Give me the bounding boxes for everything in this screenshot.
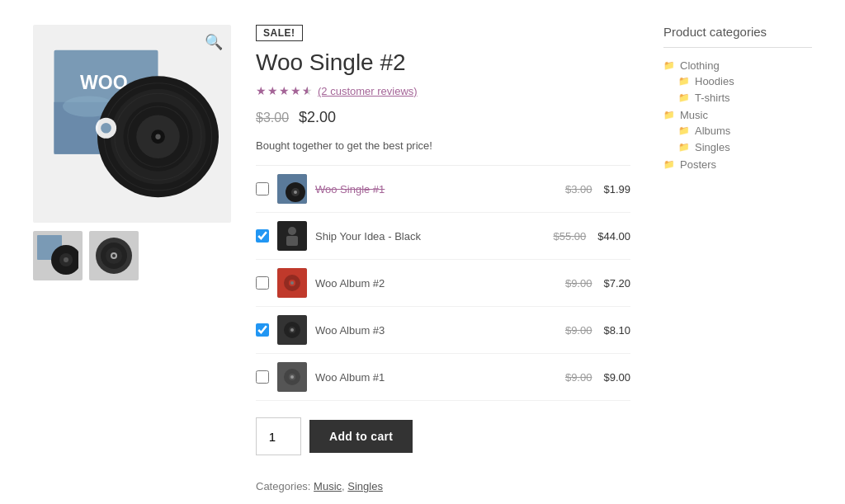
product-categories: Categories: Music, Singles bbox=[256, 480, 630, 492]
svg-point-27 bbox=[294, 191, 297, 194]
category-link-singles[interactable]: Singles bbox=[347, 480, 383, 492]
thumbnail-2[interactable] bbox=[89, 231, 139, 280]
sidebar-sublink-t-shirts[interactable]: 📁 T-shirts bbox=[678, 92, 812, 104]
star-2: ★ bbox=[267, 84, 278, 97]
bundle-img-1 bbox=[277, 174, 307, 204]
quantity-input[interactable] bbox=[256, 417, 301, 455]
folder-icon: 📁 bbox=[663, 159, 675, 170]
bundle-sale-price-1: $1.99 bbox=[603, 183, 630, 195]
bundle-checkbox-3[interactable] bbox=[256, 276, 269, 290]
bundle-text: Bought together to get the best price! bbox=[256, 139, 630, 152]
bundle-name-2: Ship Your Idea - Black bbox=[315, 230, 545, 243]
bundle-item: Woo Single #1$3.00$1.99 bbox=[256, 166, 630, 213]
bundle-checkbox-4[interactable] bbox=[256, 323, 269, 337]
svg-point-29 bbox=[288, 227, 296, 235]
star-rating: ★ ★ ★ ★ ★★ bbox=[256, 84, 313, 97]
bundle-name-1: Woo Single #1 bbox=[315, 183, 557, 195]
product-info: SALE! Woo Single #2 ★ ★ ★ ★ ★★ (2 custom… bbox=[256, 25, 630, 492]
svg-rect-30 bbox=[286, 236, 298, 246]
sidebar-item-posters: 📁 Posters bbox=[663, 158, 812, 171]
bundle-item: Woo Album #2$9.00$7.20 bbox=[256, 260, 630, 307]
original-price: $3.00 bbox=[256, 111, 289, 125]
category-list: 📁 Clothing📁 Hoodies📁 T-shirts📁 Music📁 Al… bbox=[663, 59, 812, 171]
add-to-cart-button[interactable]: Add to cart bbox=[309, 420, 413, 453]
sidebar-item-clothing: 📁 Clothing📁 Hoodies📁 T-shirts bbox=[663, 59, 812, 104]
bundle-sale-price-5: $9.00 bbox=[603, 371, 630, 384]
sidebar-subitem-albums: 📁 Albums bbox=[678, 125, 812, 137]
svg-point-38 bbox=[290, 328, 294, 332]
subcategory-list: 📁 Albums📁 Singles bbox=[663, 125, 812, 153]
category-link-music[interactable]: Music bbox=[314, 480, 342, 492]
bundle-sale-price-3: $7.20 bbox=[603, 277, 630, 290]
svg-point-23 bbox=[112, 254, 116, 257]
sidebar-sublink-albums[interactable]: 📁 Albums bbox=[678, 125, 812, 137]
star-4: ★ bbox=[290, 84, 301, 97]
svg-point-14 bbox=[101, 123, 111, 134]
add-to-cart-row: Add to cart bbox=[256, 417, 630, 455]
bundle-original-price-3: $9.00 bbox=[565, 277, 592, 290]
sidebar-link-clothing[interactable]: 📁 Clothing bbox=[663, 59, 812, 72]
star-3: ★ bbox=[279, 84, 290, 97]
bundle-sale-price-4: $8.10 bbox=[603, 324, 630, 337]
bundle-checkbox-5[interactable] bbox=[256, 370, 269, 384]
folder-icon: 📁 bbox=[678, 92, 690, 103]
bundle-original-price-2: $55.00 bbox=[553, 230, 586, 243]
sidebar-title: Product categories bbox=[663, 25, 812, 48]
sidebar-sublink-hoodies[interactable]: 📁 Hoodies bbox=[678, 75, 812, 87]
bundle-sale-price-2: $44.00 bbox=[597, 230, 630, 243]
sidebar-item-music: 📁 Music📁 Albums📁 Singles bbox=[663, 109, 812, 153]
sidebar-subitem-hoodies: 📁 Hoodies bbox=[678, 75, 812, 87]
thumbnail-1[interactable] bbox=[33, 231, 83, 280]
product-title: Woo Single #2 bbox=[256, 49, 630, 76]
categories-label: Categories: bbox=[256, 480, 310, 492]
star-1: ★ bbox=[256, 84, 267, 97]
bundle-original-price-5: $9.00 bbox=[565, 371, 592, 384]
sidebar-subitem-t-shirts: 📁 T-shirts bbox=[678, 92, 812, 104]
bundle-name-4: Woo Album #3 bbox=[315, 324, 557, 337]
bundle-name-3: Woo Album #2 bbox=[315, 277, 557, 290]
svg-point-18 bbox=[64, 257, 68, 262]
svg-point-34 bbox=[290, 281, 294, 285]
bundle-item: Ship Your Idea - Black$55.00$44.00 bbox=[256, 213, 630, 260]
sidebar-link-posters[interactable]: 📁 Posters bbox=[663, 158, 812, 171]
bundle-img-2 bbox=[277, 221, 307, 251]
product-gallery: 🔍 WOO bbox=[33, 25, 231, 492]
bundle-name-5: Woo Album #1 bbox=[315, 371, 557, 384]
review-link[interactable]: (2 customer reviews) bbox=[318, 85, 418, 97]
bundle-item: Woo Album #1$9.00$9.00 bbox=[256, 354, 630, 401]
price-row: $3.00 $2.00 bbox=[256, 109, 630, 126]
bundle-original-price-4: $9.00 bbox=[565, 324, 592, 337]
folder-icon: 📁 bbox=[663, 60, 675, 71]
bundle-checkbox-1[interactable] bbox=[256, 182, 269, 195]
subcategory-list: 📁 Hoodies📁 T-shirts bbox=[663, 75, 812, 104]
sidebar-sublink-singles[interactable]: 📁 Singles bbox=[678, 141, 812, 153]
sale-badge: SALE! bbox=[256, 25, 303, 41]
bundle-img-5 bbox=[277, 362, 307, 392]
folder-icon: 📁 bbox=[663, 110, 675, 120]
svg-point-42 bbox=[290, 375, 294, 379]
bundle-original-price-1: $3.00 bbox=[565, 183, 592, 195]
thumbnail-row bbox=[33, 231, 231, 280]
folder-icon: 📁 bbox=[678, 76, 690, 87]
sidebar: Product categories 📁 Clothing📁 Hoodies📁 … bbox=[663, 25, 812, 492]
bundle-img-4 bbox=[277, 315, 307, 345]
main-product-image: 🔍 WOO bbox=[33, 25, 231, 223]
sidebar-link-music[interactable]: 📁 Music bbox=[663, 109, 812, 121]
rating-row: ★ ★ ★ ★ ★★ (2 customer reviews) bbox=[256, 84, 630, 97]
folder-icon: 📁 bbox=[678, 142, 690, 153]
sale-price: $2.00 bbox=[299, 109, 336, 125]
bundle-checkbox-2[interactable] bbox=[256, 229, 269, 243]
svg-point-12 bbox=[155, 134, 160, 139]
star-5: ★★ bbox=[302, 84, 313, 97]
bundle-item: Woo Album #3$9.00$8.10 bbox=[256, 307, 630, 354]
bundle-img-3 bbox=[277, 268, 307, 298]
sidebar-subitem-singles: 📁 Singles bbox=[678, 141, 812, 153]
bundle-items: Woo Single #1$3.00$1.99Ship Your Idea - … bbox=[256, 165, 630, 401]
folder-icon: 📁 bbox=[678, 125, 690, 136]
